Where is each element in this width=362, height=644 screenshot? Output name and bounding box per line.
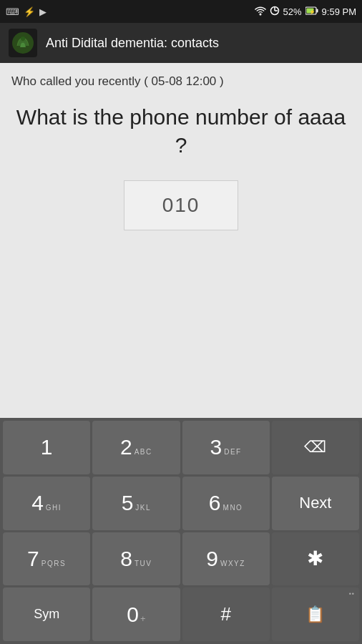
key-backspace[interactable]: ⌫ xyxy=(272,421,359,474)
keypad: 1 2 ABC 3 DEF ⌫ 4 GHI 5 JKL 6 MNO Ne xyxy=(0,418,362,644)
signal-strength-icon xyxy=(270,6,280,18)
key-next[interactable]: Next xyxy=(272,477,359,530)
app-icon xyxy=(9,29,37,57)
svg-rect-5 xyxy=(316,9,318,12)
wifi-icon xyxy=(255,6,266,18)
svg-text:⚡: ⚡ xyxy=(309,8,315,14)
status-left-icons: ⌨ ⚡ ▶ xyxy=(6,6,47,17)
key-1[interactable]: 1 xyxy=(3,421,90,474)
answer-input-display[interactable]: 010 xyxy=(124,180,238,230)
play-icon: ▶ xyxy=(39,6,47,17)
usb-icon: ⚡ xyxy=(24,6,35,17)
key-0[interactable]: 0 + xyxy=(92,587,180,641)
recent-call-label: Who called you recently ( 05-08 12:00 ) xyxy=(11,74,351,89)
key-clipboard[interactable]: •• 📋 xyxy=(272,587,359,641)
key-8[interactable]: 8 TUV xyxy=(92,532,180,586)
key-star[interactable]: ✱ xyxy=(272,532,359,586)
status-bar: ⌨ ⚡ ▶ 52% ⚡ xyxy=(0,0,362,23)
battery-icon: ⚡ xyxy=(305,6,318,17)
key-sym[interactable]: Sym xyxy=(3,587,90,641)
time-display: 9:59 PM xyxy=(322,6,356,17)
key-4[interactable]: 4 GHI xyxy=(3,477,90,530)
question-text: What is the phone number of aaaa ? xyxy=(11,103,351,159)
key-3[interactable]: 3 DEF xyxy=(182,421,270,474)
dots-indicator: •• xyxy=(349,590,355,597)
battery-percent: 52% xyxy=(283,6,302,17)
key-hash[interactable]: # xyxy=(182,587,270,641)
svg-point-0 xyxy=(259,13,261,15)
clipboard-icon: 📋 xyxy=(305,605,325,624)
key-6[interactable]: 6 MNO xyxy=(182,477,270,530)
status-right-info: 52% ⚡ 9:59 PM xyxy=(255,6,356,18)
app-title: Anti Didital dementia: contacts xyxy=(46,36,219,51)
keyboard-icon: ⌨ xyxy=(6,6,19,17)
svg-point-9 xyxy=(21,36,25,41)
key-7[interactable]: 7 PQRS xyxy=(3,532,90,586)
key-5[interactable]: 5 JKL xyxy=(92,477,180,530)
main-content: Who called you recently ( 05-08 12:00 ) … xyxy=(0,63,362,418)
key-9[interactable]: 9 WXYZ xyxy=(182,532,270,586)
title-bar: Anti Didital dementia: contacts xyxy=(0,23,362,63)
key-2[interactable]: 2 ABC xyxy=(92,421,180,474)
